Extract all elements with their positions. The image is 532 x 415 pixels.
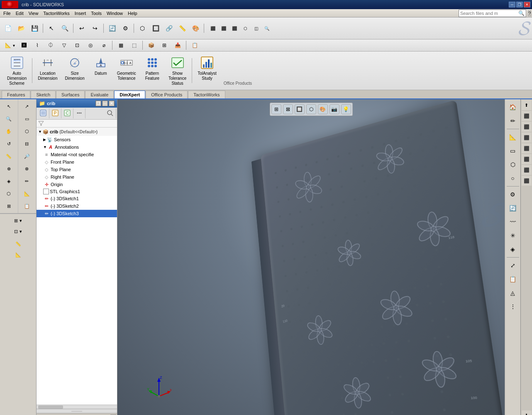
search-input[interactable] xyxy=(460,11,518,16)
show-tolerance-status-tool[interactable]: ShowToleranceStatus xyxy=(165,53,190,88)
help-icon[interactable]: ? xyxy=(528,10,531,16)
view-btn-2[interactable]: ⬛ xyxy=(219,23,229,33)
view-btn-3[interactable]: ⬛ xyxy=(229,23,239,33)
restore-button[interactable]: ❐ xyxy=(516,2,523,7)
tree-tab-propmgr[interactable]: P xyxy=(49,108,61,118)
left-3d-button[interactable]: ⬡ xyxy=(20,125,34,137)
menu-insert[interactable]: Insert xyxy=(72,10,89,17)
hole-callout-button[interactable]: ⌀ xyxy=(98,40,110,51)
tab-surfaces[interactable]: Surfaces xyxy=(56,91,85,98)
smart-dimension-button[interactable]: 📐 ▾ xyxy=(2,40,17,51)
measure-button[interactable]: 📏 xyxy=(176,23,188,34)
view-btn-4[interactable]: ⬡ xyxy=(240,23,250,33)
frp-top-btn[interactable]: ⬆ xyxy=(522,100,532,110)
frp-7-btn[interactable]: ⬛ xyxy=(522,165,532,175)
block-button[interactable]: ⬚ xyxy=(128,40,140,51)
tree-tab-configmgr[interactable]: C xyxy=(61,108,73,118)
tree-tab-search[interactable] xyxy=(104,108,116,118)
import-annotations-button[interactable]: 📥 xyxy=(171,40,184,51)
close-button[interactable]: ✕ xyxy=(524,2,530,7)
mate-button[interactable]: 🔗 xyxy=(163,23,175,34)
menu-help[interactable]: Help xyxy=(125,10,140,17)
model-items-button[interactable]: 📦 xyxy=(145,40,157,51)
left-more4-button[interactable]: ⊞ xyxy=(1,200,16,212)
tree-tab-more[interactable] xyxy=(73,108,85,118)
frp-3-btn[interactable]: ⬛ xyxy=(522,122,532,132)
frp-2-btn[interactable]: ⬛ xyxy=(522,111,532,121)
frp-4-btn[interactable]: ⬛ xyxy=(522,133,532,142)
left-section-button[interactable]: ⊟ xyxy=(20,138,34,150)
geometric-tolerance-tool[interactable]: 0.1 A GeometricTolerance xyxy=(113,53,140,83)
left-measure2-button[interactable]: 📏 xyxy=(1,150,16,162)
weld-button[interactable]: ⏀ xyxy=(44,40,57,51)
left-more5-button[interactable]: ⊗ xyxy=(20,163,34,174)
viewport[interactable]: 20 110 116 105 100 92 ⊞ ⊠ 🔲 ⬡ 🎨 📷 💡 xyxy=(117,99,505,415)
panel-close-btn[interactable]: ✕ xyxy=(109,101,115,106)
tree-item-top-plane[interactable]: ◇ Top Plane xyxy=(37,166,117,173)
area-hatch-button[interactable]: ▦ xyxy=(115,40,127,51)
rp-copy-btn[interactable]: 📋 xyxy=(506,273,520,286)
tab-evaluate[interactable]: Evaluate xyxy=(85,91,114,98)
view-btn-5[interactable]: ◫ xyxy=(251,23,261,33)
note-button[interactable]: 🅰 xyxy=(18,40,30,51)
size-dimension-tool[interactable]: ⌀ SizeDimension xyxy=(61,53,88,83)
zoom-button[interactable]: 🔍 xyxy=(59,23,71,34)
rp-hex-btn[interactable]: ⬡ xyxy=(506,158,520,171)
tree-item-front-plane[interactable]: ◇ Front Plane xyxy=(37,158,117,166)
view-display-button[interactable]: 🔲 xyxy=(149,23,162,34)
menu-window[interactable]: Window xyxy=(104,10,125,17)
tree-item-material[interactable]: ≡ Material <not specifie xyxy=(37,151,117,158)
left-rotate-button[interactable]: ↺ xyxy=(1,138,16,150)
geometric-tolerance-button[interactable]: ⊡ xyxy=(71,40,83,51)
left-bottom2-button[interactable]: 📐 xyxy=(2,250,35,260)
layer-button[interactable]: 📋 xyxy=(188,40,201,51)
tab-sketch[interactable]: Sketch xyxy=(31,91,56,98)
left-more6-button[interactable]: ✏ xyxy=(20,175,34,187)
tab-office-products[interactable]: Office Products xyxy=(146,91,188,98)
panel-min-btn[interactable]: ─ xyxy=(102,101,108,106)
tree-item-right-plane[interactable]: ◇ Right Plane xyxy=(37,173,117,181)
frp-8-btn[interactable]: ⬛ xyxy=(522,176,532,186)
vp-btn-7[interactable]: 💡 xyxy=(341,104,351,114)
tree-item-sketch3[interactable]: ✏ (-) 3DSketch3 xyxy=(37,210,117,217)
frp-6-btn[interactable]: ⬛ xyxy=(522,154,532,164)
rp-edit-btn[interactable]: ✏ xyxy=(506,114,520,128)
left-more8-button[interactable]: 📋 xyxy=(20,200,34,212)
rp-tri-btn[interactable]: ◬ xyxy=(506,286,520,300)
panel-restore-btn[interactable]: ❐ xyxy=(95,101,101,106)
autodim-button[interactable]: ⊞ xyxy=(158,40,171,51)
rebuild-button[interactable]: 🔄 xyxy=(106,23,118,34)
left-extra2-button[interactable]: ⊡ ▾ xyxy=(2,226,35,236)
rp-star-btn[interactable]: ✳ xyxy=(506,229,520,242)
left-more7-button[interactable]: 📐 xyxy=(20,188,34,199)
left-extra1-button[interactable]: ⊞ ▾ xyxy=(2,216,35,226)
rp-move-btn[interactable]: ⤢ xyxy=(506,259,520,272)
left-zoom-button[interactable]: 🔍 xyxy=(1,113,16,125)
redo-button[interactable]: ↪ xyxy=(89,23,101,34)
rp-wave-btn[interactable]: 〰 xyxy=(506,215,520,228)
vp-btn-6[interactable]: 📷 xyxy=(329,104,339,114)
rp-circle-btn[interactable]: ○ xyxy=(506,172,520,185)
tree-tab-featuremgr[interactable] xyxy=(37,108,49,118)
view-btn-1[interactable]: ⬛ xyxy=(208,23,218,33)
tree-item-sensors[interactable]: ▶ 📡 Sensors xyxy=(37,136,117,143)
tree-resize-handle[interactable] xyxy=(37,409,117,413)
tree-hscroll[interactable] xyxy=(37,405,117,409)
select-button[interactable]: ↖ xyxy=(45,23,58,34)
tree-item-origin[interactable]: ✛ Origin xyxy=(37,181,117,188)
left-sel2-button[interactable]: ↗ xyxy=(20,101,34,112)
menu-tools[interactable]: Tools xyxy=(88,10,104,17)
rp-gear-btn[interactable]: ⚙ xyxy=(506,188,520,201)
tree-item-sketch1[interactable]: ✏ (-) 3DSketch1 xyxy=(37,195,117,202)
search-icon[interactable]: 🔍 xyxy=(518,10,525,16)
tab-tactonworks[interactable]: TactonWorks xyxy=(188,91,225,98)
rp-diamond-btn[interactable]: ◈ xyxy=(506,243,520,256)
undo-button[interactable]: ↩ xyxy=(76,23,88,34)
tree-item-stl-graphics[interactable]: STL Graphics1 xyxy=(37,188,117,195)
frp-bottom-btn[interactable]: ⬇ xyxy=(522,410,532,415)
auto-dimension-scheme-tool[interactable]: AUTO AutoDimensionScheme xyxy=(3,53,30,88)
left-bottom1-button[interactable]: 📏 xyxy=(2,239,35,249)
left-more1-button[interactable]: ⊕ xyxy=(1,163,16,174)
vp-btn-1[interactable]: ⊞ xyxy=(271,104,281,114)
left-magnify-button[interactable]: 🔎 xyxy=(20,150,34,162)
